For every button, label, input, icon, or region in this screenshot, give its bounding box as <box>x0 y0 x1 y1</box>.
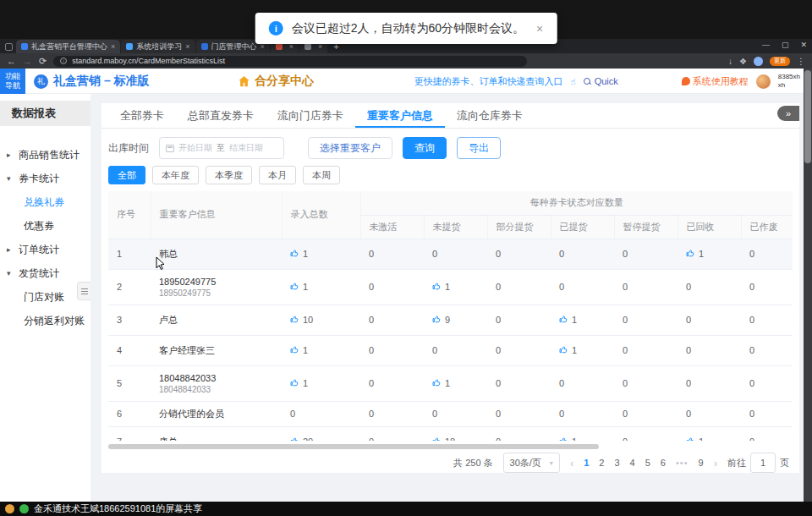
export-button[interactable]: 导出 <box>457 137 501 159</box>
cell-link[interactable]: 20 <box>290 436 313 442</box>
tab-流向仓库券卡[interactable]: 流向仓库券卡 <box>445 103 535 128</box>
quick-filter-本月[interactable]: 本月 <box>259 166 296 184</box>
cell-total: 1 <box>282 335 360 365</box>
pagination: 共 250 条 30条/页 ▾ ‹ 123456•••9 › 前往 1 页 <box>102 453 799 473</box>
page-button[interactable]: 4 <box>630 458 635 468</box>
date-range-input[interactable]: 开始日期 至 结束日期 <box>159 137 284 159</box>
browser-tab[interactable]: 系统培训学习× <box>121 40 195 53</box>
panel-collapse-button[interactable]: » <box>777 106 799 121</box>
sidebar-item-发货统计[interactable]: ▾发货统计 <box>0 261 91 285</box>
user-name[interactable]: 8385xh xh <box>778 73 800 89</box>
sidebar-item-优惠券[interactable]: 优惠券 <box>0 214 91 238</box>
function-nav-toggle[interactable]: 功能 导航 <box>0 69 25 94</box>
tab-close-icon[interactable]: × <box>185 42 189 51</box>
sidebar-collapse-handle[interactable] <box>77 282 91 300</box>
cell-link[interactable]: 18 <box>432 436 455 442</box>
horizontal-scrollbar[interactable] <box>108 443 795 450</box>
page-button[interactable]: 1 <box>584 458 589 468</box>
quick-filter-本季度[interactable]: 本季度 <box>206 166 252 184</box>
window-maximize-button[interactable]: ▢ <box>782 41 789 49</box>
browser-tab[interactable]: 礼盒营销平台管理中心× <box>16 40 120 53</box>
sidebar-title: 数据报表 <box>0 101 91 126</box>
page-button[interactable]: 9 <box>699 458 704 468</box>
update-badge[interactable]: 更新 <box>770 57 790 66</box>
cell-link[interactable]: 1 <box>559 345 577 356</box>
cell-link[interactable]: 10 <box>290 315 313 326</box>
mic-icon <box>19 504 29 513</box>
cell-link[interactable]: 1 <box>686 436 704 442</box>
cell-total: 1 <box>282 239 360 269</box>
sidebar-item-订单统计[interactable]: ▸订单统计 <box>0 238 91 261</box>
page-button[interactable]: 2 <box>599 458 604 468</box>
site-info-icon[interactable]: i <box>60 58 67 64</box>
location-icon <box>682 77 690 85</box>
tab-重要客户信息[interactable]: 重要客户信息 <box>355 103 445 128</box>
tab-总部直发券卡[interactable]: 总部直发券卡 <box>176 103 266 128</box>
sidebar-item-商品销售统计[interactable]: ▸商品销售统计 <box>0 143 91 167</box>
next-page-button[interactable]: › <box>714 457 717 469</box>
user-avatar[interactable] <box>756 74 771 89</box>
tab-全部券卡[interactable]: 全部券卡 <box>108 103 176 128</box>
cell-link[interactable]: 1 <box>290 345 308 356</box>
cell-link[interactable]: 1 <box>290 249 308 260</box>
cell-value: 0 <box>623 315 628 325</box>
cell-total: 10 <box>282 305 360 335</box>
page-button[interactable]: 5 <box>645 458 650 468</box>
download-icon[interactable]: ↓ <box>728 57 732 66</box>
cell-index: 7 <box>108 426 151 441</box>
toast-close-icon[interactable]: × <box>536 22 543 36</box>
back-button[interactable]: ← <box>7 57 16 66</box>
page-button[interactable]: 6 <box>661 458 666 468</box>
cell-value: 0 <box>623 409 628 419</box>
window-close-button[interactable]: ✕ <box>800 41 807 49</box>
extensions-icon[interactable]: ❖ <box>739 57 747 66</box>
pointer-icon: ☝ <box>571 77 576 86</box>
share-center-link[interactable]: 合分享中心 <box>238 69 314 94</box>
page-size-select[interactable]: 30条/页 ▾ <box>503 453 560 473</box>
page-button[interactable]: 3 <box>614 458 619 468</box>
window-minimize-button[interactable]: — <box>762 41 770 49</box>
cell-link[interactable]: 1 <box>290 378 308 389</box>
cell-link[interactable]: 1 <box>686 249 704 260</box>
share-center-label: 合分享中心 <box>255 74 314 89</box>
browser-profile-avatar[interactable] <box>754 57 763 66</box>
cell-value: 0 <box>623 345 628 355</box>
browser-scrollbar[interactable] <box>804 69 812 502</box>
cell-total: 1 <box>282 365 360 401</box>
goto-page-input[interactable]: 1 <box>750 453 776 473</box>
cell-status: 1 <box>424 365 487 401</box>
user-name-line2: xh <box>778 81 800 90</box>
sidebar-item-券卡统计[interactable]: ▾券卡统计 <box>0 167 91 190</box>
cell-link[interactable]: 1 <box>432 378 450 389</box>
tab-close-icon[interactable]: × <box>111 42 115 51</box>
quick-filter-本周[interactable]: 本周 <box>303 166 340 184</box>
tab-search-icon[interactable] <box>5 43 13 51</box>
cell-value: 1 <box>445 378 450 388</box>
cell-link[interactable]: 1 <box>559 315 577 326</box>
sidebar-item-分销返利对账[interactable]: 分销返利对账 <box>0 309 91 332</box>
quick-entry-link[interactable]: 更快捷的券卡、订单和快递查询入口 <box>414 75 563 88</box>
forward-button[interactable]: → <box>23 57 32 66</box>
horizontal-scrollbar-thumb[interactable] <box>108 444 599 449</box>
quick-filter-本年度[interactable]: 本年度 <box>152 166 199 184</box>
quick-filter-全部[interactable]: 全部 <box>108 166 145 184</box>
cell-customer: 1804884203318048842033 <box>151 365 282 401</box>
tutorial-link[interactable]: 系统使用教程 <box>682 75 749 88</box>
quick-search[interactable]: Quick <box>584 76 618 86</box>
cell-link-icon <box>432 315 442 326</box>
cell-link[interactable]: 1 <box>432 282 450 293</box>
cell-customer: 分销代理的会员 <box>151 401 282 426</box>
sidebar-item-兑换礼券[interactable]: 兑换礼券 <box>0 190 91 214</box>
cell-link[interactable]: 1 <box>290 282 308 293</box>
select-customer-button[interactable]: 选择重要客户 <box>308 137 392 159</box>
tab-流向门店券卡[interactable]: 流向门店券卡 <box>266 103 355 128</box>
query-button[interactable]: 查询 <box>403 137 447 159</box>
url-bar[interactable]: i standard.maboy.cn/CardMemberStatistics… <box>53 56 527 67</box>
cell-link[interactable]: 1 <box>559 436 577 442</box>
cell-link[interactable]: 9 <box>432 315 450 326</box>
browser-menu-icon[interactable]: ⋮ <box>797 57 805 66</box>
prev-page-button[interactable]: ‹ <box>570 457 573 469</box>
sidebar: 数据报表 ▸商品销售统计▾券卡统计兑换礼券优惠券▸订单统计▾发货统计门店对账分销… <box>0 94 91 502</box>
refresh-button[interactable]: ⟳ <box>39 57 47 66</box>
scrollbar-thumb[interactable] <box>804 70 811 163</box>
